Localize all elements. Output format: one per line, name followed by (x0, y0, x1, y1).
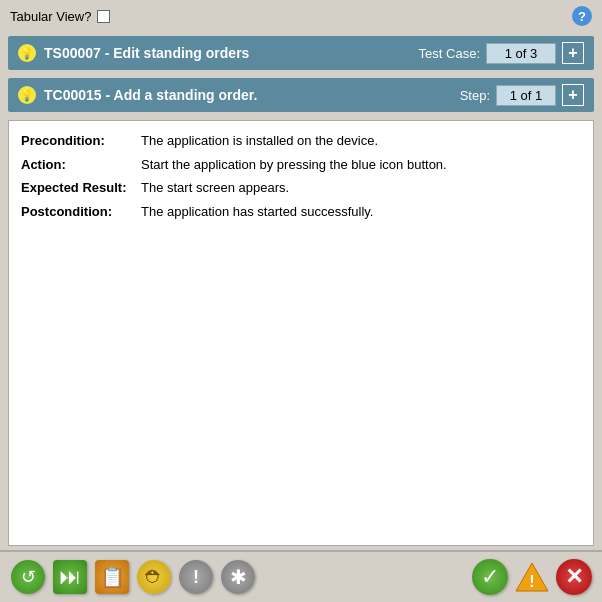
test-suite-header: 💡 TS00007 - Edit standing orders Test Ca… (8, 36, 594, 70)
warning-button[interactable]: ! (514, 559, 550, 595)
hat-icon: ⛑ (137, 560, 171, 594)
check-button[interactable]: ✓ (472, 559, 508, 595)
exclaim-button[interactable]: ! (178, 559, 214, 595)
step-input[interactable] (496, 85, 556, 106)
close-button[interactable]: ✕ (556, 559, 592, 595)
close-icon: ✕ (556, 559, 592, 595)
refresh-icon: ↺ (11, 560, 45, 594)
postcondition-row: Postcondition: The application has start… (21, 202, 581, 222)
test-suite-title: TS00007 - Edit standing orders (44, 45, 249, 61)
expected-label: Expected Result: (21, 178, 141, 198)
test-case-input[interactable] (486, 43, 556, 64)
test-case-header-left: 💡 TC00015 - Add a standing order. (18, 86, 257, 104)
postcondition-value: The application has started successfully… (141, 202, 373, 222)
expected-row: Expected Result: The start screen appear… (21, 178, 581, 198)
test-case-add-button[interactable]: + (562, 84, 584, 106)
tabular-view-label: Tabular View? (10, 9, 91, 24)
test-case-header-right: Step: + (460, 84, 584, 106)
toolbar-left: ↺ ⏭ 📋 ⛑ ! ✱ (10, 559, 256, 595)
bottom-toolbar: ↺ ⏭ 📋 ⛑ ! ✱ ✓ ! ✕ (0, 550, 602, 602)
test-case-title: TC00015 - Add a standing order. (44, 87, 257, 103)
test-suite-header-right: Test Case: + (419, 42, 584, 64)
globe-icon: ✱ (221, 560, 255, 594)
action-value: Start the application by pressing the bl… (141, 155, 447, 175)
postcondition-label: Postcondition: (21, 202, 141, 222)
svg-text:!: ! (529, 573, 534, 590)
bulb-icon-case: 💡 (18, 86, 36, 104)
step-label: Step: (460, 88, 490, 103)
precondition-row: Precondition: The application is install… (21, 131, 581, 151)
test-case-header: 💡 TC00015 - Add a standing order. Step: … (8, 78, 594, 112)
exclaim-icon: ! (179, 560, 213, 594)
test-suite-header-left: 💡 TS00007 - Edit standing orders (18, 44, 249, 62)
test-case-label: Test Case: (419, 46, 480, 61)
precondition-label: Precondition: (21, 131, 141, 151)
action-label: Action: (21, 155, 141, 175)
globe-button[interactable]: ✱ (220, 559, 256, 595)
document-button[interactable]: 📋 (94, 559, 130, 595)
expected-value: The start screen appears. (141, 178, 289, 198)
hat-button[interactable]: ⛑ (136, 559, 172, 595)
precondition-value: The application is installed on the devi… (141, 131, 378, 151)
content-area: Precondition: The application is install… (8, 120, 594, 546)
bulb-icon-suite: 💡 (18, 44, 36, 62)
toolbar-right: ✓ ! ✕ (472, 559, 592, 595)
refresh-button[interactable]: ↺ (10, 559, 46, 595)
action-row: Action: Start the application by pressin… (21, 155, 581, 175)
check-icon: ✓ (472, 559, 508, 595)
top-bar: Tabular View? ? (0, 0, 602, 32)
top-bar-left: Tabular View? (10, 9, 110, 24)
document-icon: 📋 (95, 560, 129, 594)
forward-icon: ⏭ (53, 560, 87, 594)
forward-button[interactable]: ⏭ (52, 559, 88, 595)
test-suite-add-button[interactable]: + (562, 42, 584, 64)
warning-icon: ! (514, 559, 550, 595)
main-content: 💡 TS00007 - Edit standing orders Test Ca… (0, 32, 602, 550)
help-icon[interactable]: ? (572, 6, 592, 26)
tabular-view-checkbox[interactable] (97, 10, 110, 23)
